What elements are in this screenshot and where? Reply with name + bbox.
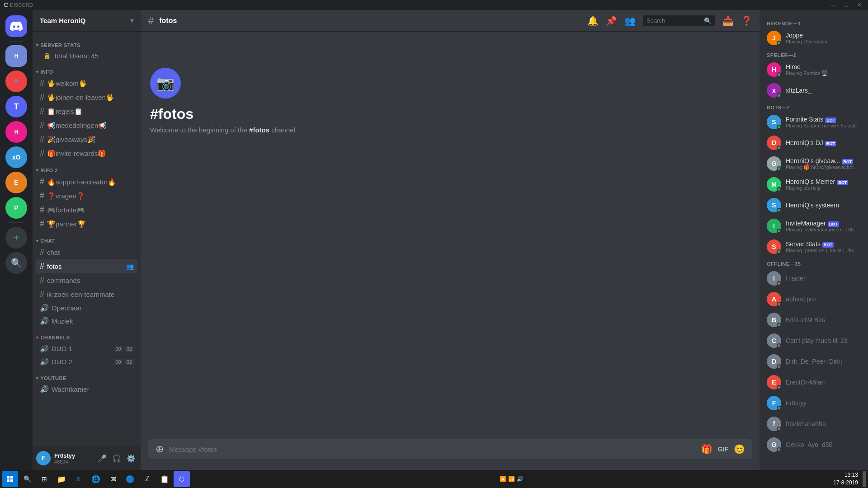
status-dot bbox=[777, 187, 781, 192]
category-info2[interactable]: ▾ INFO 2 bbox=[33, 160, 141, 175]
channel-duo2[interactable]: 🔊 DUO 2 00 02 bbox=[36, 355, 137, 368]
add-server-button[interactable]: + bbox=[5, 227, 27, 249]
category-chat-label: CHAT bbox=[41, 238, 55, 244]
help-icon[interactable]: ❓ bbox=[741, 15, 752, 26]
member-b4d[interactable]: B B4D-a1M Bas bbox=[763, 310, 864, 330]
server-header[interactable]: Team HeroniQ ▾ bbox=[33, 10, 141, 32]
member-fr0styy[interactable]: F Fr0styy bbox=[763, 393, 864, 413]
member-abbas1pro[interactable]: A abbas1pro bbox=[763, 289, 864, 309]
member-dirk[interactable]: D Dirk_De_Peer [Dirk] bbox=[763, 352, 864, 371]
server-icon-2[interactable]: T bbox=[5, 96, 27, 117]
settings-button[interactable]: ⚙️ bbox=[125, 452, 137, 465]
channel-partner[interactable]: # 🏆partner🏆 bbox=[36, 217, 137, 231]
maximize-button[interactable]: □ bbox=[842, 2, 851, 8]
mail-button[interactable]: ✉ bbox=[105, 471, 121, 487]
edge-browser-button[interactable]: e bbox=[71, 471, 87, 487]
server-icon-6[interactable]: P bbox=[5, 197, 27, 219]
member-server-stats[interactable]: S Server StatsBOT Playing -premium | -in… bbox=[763, 237, 864, 257]
server-icon-3[interactable]: H bbox=[5, 121, 27, 143]
category-chat[interactable]: ▾ CHAT bbox=[33, 231, 141, 245]
inbox-icon[interactable]: 📥 bbox=[722, 15, 734, 26]
channel-label: chat bbox=[47, 249, 134, 256]
discord-taskbar-button[interactable]: ⬡ bbox=[174, 471, 190, 487]
deafen-button[interactable]: 🎧 bbox=[110, 452, 123, 465]
channel-joinen[interactable]: # 🖐️joinen-en-leaven🖐️ bbox=[36, 90, 137, 104]
member-i-raider[interactable]: I I raider bbox=[763, 268, 864, 288]
server-icon-4[interactable]: xO bbox=[5, 146, 27, 168]
member-heroni-dj[interactable]: D HeroniQ's DJBOT bbox=[763, 133, 864, 153]
channel-wachtkamer[interactable]: 🔊 Wachtkamer bbox=[36, 383, 137, 396]
member-info: ErectOr-Milan bbox=[786, 379, 825, 386]
show-desktop-button[interactable] bbox=[863, 471, 866, 487]
pin-icon[interactable]: 📌 bbox=[606, 15, 617, 26]
file-explorer-button[interactable]: 📁 bbox=[53, 471, 70, 487]
member-fortnite-stats[interactable]: S Fortnite StatsBOT Playing Support me w… bbox=[763, 112, 864, 132]
members-icon[interactable]: 👥 bbox=[624, 15, 636, 26]
network-icon[interactable]: 📶 bbox=[508, 476, 515, 482]
search-bar[interactable]: 🔍 bbox=[643, 15, 715, 26]
channel-giveaways[interactable]: # 🎉giveaways🎉 bbox=[36, 132, 137, 146]
member-erector[interactable]: E ErectOr-Milan bbox=[763, 372, 864, 392]
search-input[interactable] bbox=[646, 17, 701, 24]
channel-commands[interactable]: # commands bbox=[36, 273, 137, 287]
member-fro2lch[interactable]: f fro2lchahahha bbox=[763, 414, 864, 434]
member-cant-play[interactable]: C Can't play much till 23 bbox=[763, 331, 864, 351]
minimize-button[interactable]: — bbox=[828, 2, 839, 8]
discover-servers-button[interactable]: 🔍 bbox=[5, 252, 27, 274]
category-youtube[interactable]: ▾ YOUTUBE bbox=[33, 368, 141, 383]
member-invite-manager[interactable]: I InviteManagerBOT Playing invitemanager… bbox=[763, 216, 864, 236]
member-joppe[interactable]: J Joppe Playing Overwatch bbox=[763, 28, 864, 48]
teams-button[interactable]: 📋 bbox=[156, 471, 173, 487]
add-attachment-button[interactable]: ⊕ bbox=[156, 443, 164, 455]
mute-button[interactable]: 🎤 bbox=[96, 452, 108, 465]
category-channels[interactable]: ▾ CHANNELS bbox=[33, 328, 141, 342]
channel-fotos[interactable]: # fotos 👥 bbox=[36, 259, 137, 273]
search-taskbar-button[interactable]: 🔍 bbox=[19, 471, 35, 487]
message-input[interactable] bbox=[169, 441, 696, 458]
close-button[interactable]: ✕ bbox=[854, 2, 864, 8]
speaker-icon: 🔊 bbox=[40, 317, 49, 325]
server-icon-5[interactable]: E bbox=[5, 172, 27, 193]
channel-muziek[interactable]: 🔊 Muziek bbox=[36, 314, 137, 328]
channel-vragen[interactable]: # ❓vragen❓ bbox=[36, 189, 137, 203]
channel-welkom[interactable]: # 🖐️welkom🖐️ bbox=[36, 76, 137, 90]
server-icon-discord[interactable] bbox=[5, 15, 27, 37]
zeal-button[interactable]: Z bbox=[139, 471, 156, 487]
channel-chat[interactable]: # chat bbox=[36, 245, 137, 259]
member-heroni-memer[interactable]: M HeroniQ's MemerBOT Playing pls help bbox=[763, 174, 864, 194]
member-xitzlars[interactable]: x xItzLars_ bbox=[763, 80, 864, 100]
channel-label: 🖐️joinen-en-leaven🖐️ bbox=[47, 94, 134, 102]
channel-support[interactable]: # 🔥support-a-creator🔥 bbox=[36, 175, 137, 189]
task-view-button[interactable]: ⊞ bbox=[36, 471, 52, 487]
channel-openbaar[interactable]: 🔊 Openbaar bbox=[36, 301, 137, 314]
channel-invite-rewards[interactable]: # 🎁invite-rewards🎁 bbox=[36, 146, 137, 160]
gift-icon[interactable]: 🎁 bbox=[701, 444, 712, 455]
category-info[interactable]: ▾ INFO bbox=[33, 62, 141, 76]
date: 17-8-2019 bbox=[833, 479, 858, 487]
server-icon-heroni[interactable]: H bbox=[5, 45, 27, 67]
channel-ik-zoek[interactable]: # ik-zoek-een-teammate bbox=[36, 287, 137, 301]
ie-button[interactable]: 🌐 bbox=[88, 471, 104, 487]
member-heroni-giveaw[interactable]: G HeroniQ's giveaw...BOT Playing 🎁 https… bbox=[763, 154, 864, 174]
member-heroni-systeem[interactable]: S HeroniQ's systeem bbox=[763, 195, 864, 215]
category-server-stats[interactable]: ▾ SERVER STATS bbox=[33, 35, 141, 50]
member-hime[interactable]: H Hime Playing Fortnite 🖥️ bbox=[763, 60, 864, 80]
gif-icon[interactable]: GIF bbox=[718, 446, 728, 453]
status-dot bbox=[777, 93, 781, 98]
notification-tray[interactable]: 🔼 bbox=[500, 476, 506, 482]
channel-duo1[interactable]: 🔊 DUO 1 00 02 bbox=[36, 342, 137, 355]
channel-mededelingen[interactable]: # 📢mededelingen📢 bbox=[36, 118, 137, 132]
member-info: HeroniQ's giveaw...BOT Playing 🎁 https:/… bbox=[786, 157, 861, 170]
member-gekko[interactable]: G Gekko_Ayo_d50 bbox=[763, 435, 864, 455]
chrome-button[interactable]: 🔵 bbox=[122, 471, 138, 487]
add-members-icon[interactable]: 👥 bbox=[126, 263, 134, 270]
channel-fortnite[interactable]: # 🎮fortnite🎮 bbox=[36, 203, 137, 217]
hash-icon: # bbox=[40, 121, 44, 130]
start-button[interactable] bbox=[2, 471, 18, 487]
member-name: Hime bbox=[786, 63, 828, 70]
server-icon-1[interactable]: 👾 bbox=[5, 70, 27, 92]
channel-regels[interactable]: # 📋regels📋 bbox=[36, 104, 137, 118]
notification-bell-icon[interactable]: 🔔 bbox=[587, 15, 599, 26]
emoji-icon[interactable]: 😊 bbox=[734, 444, 745, 455]
volume-icon[interactable]: 🔊 bbox=[517, 476, 524, 482]
